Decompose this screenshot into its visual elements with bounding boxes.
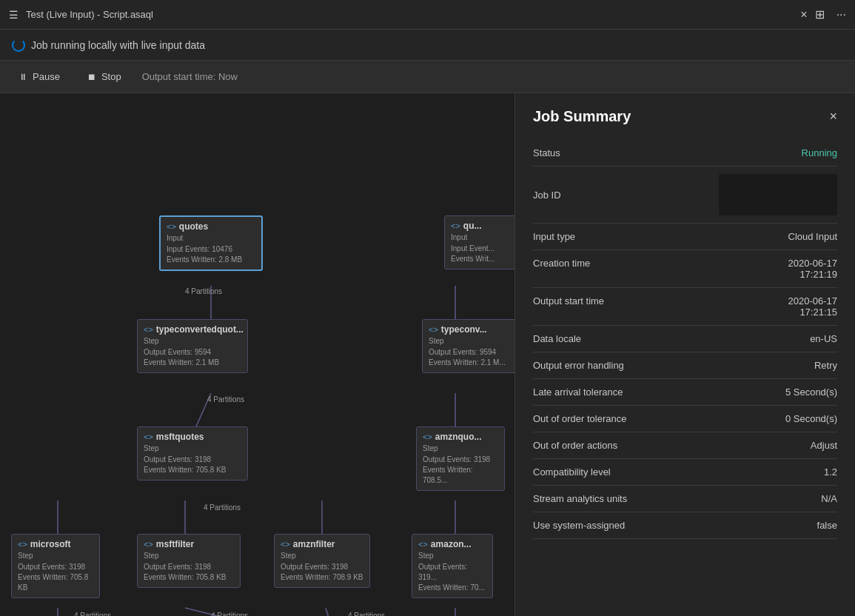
microsoft-step-stat1: Output Events: 3198	[18, 562, 93, 572]
node-quotes1[interactable]: <> quotes Input Input Events: 10476 Even…	[159, 215, 263, 271]
panel-title: Job Summary	[533, 108, 631, 125]
node-msftfilter[interactable]: <> msftfilter Step Output Events: 3198 E…	[137, 534, 241, 588]
summary-row-datalocale: Data locale en-US	[533, 326, 837, 352]
amznfilter-type: Step	[281, 552, 363, 560]
msftfilter-stat2: Events Written: 705.8 KB	[144, 572, 234, 583]
amazon-step-type: Step	[418, 552, 486, 560]
node-amznquotes[interactable]: <> amznquo... Step Output Events: 3198 E…	[416, 426, 505, 491]
layout-icon-button[interactable]: ⊞	[815, 7, 825, 21]
summary-row-latearrival: Late arrival tolerance 5 Second(s)	[533, 379, 837, 406]
summary-row-jobid: Job ID	[533, 167, 837, 224]
node-quotes2[interactable]: <> qu... Input Input Event... Events Wri…	[444, 215, 514, 270]
jobid-value-box	[719, 174, 837, 215]
summary-row-streamunits: Stream analytics units N/A	[533, 486, 837, 512]
status-value: Running	[685, 147, 838, 158]
outputstarttime-label: Output start time	[533, 295, 685, 307]
amznfilter-stat1: Output Events: 3198	[281, 562, 363, 572]
node-msftquotes[interactable]: <> msftquotes Step Output Events: 3198 E…	[137, 426, 248, 481]
summary-row-inputtype: Input type Cloud Input	[533, 224, 837, 250]
quotes2-stat1: Input Event...	[451, 244, 514, 254]
creationtime-value: 2020-06-17 17:21:19	[685, 258, 838, 280]
jobid-label: Job ID	[533, 190, 719, 201]
main-content: <> quotes Input Input Events: 10476 Even…	[0, 93, 855, 616]
title-bar: ☰ Test (Live Input) - Script.asaql × ⊞ ·…	[0, 0, 855, 30]
pause-label: Pause	[33, 71, 60, 82]
compatibility-value: 1.2	[685, 466, 838, 478]
systemassigned-label: Use system-assigned	[533, 520, 685, 531]
summary-row-outputerror: Output error handling Retry	[533, 352, 837, 379]
node-amznfilter[interactable]: <> amznfilter Step Output Events: 3198 E…	[274, 534, 370, 588]
node-typeconverted1[interactable]: <> typeconvertedquot... Step Output Even…	[137, 319, 248, 373]
node-microsoft-step[interactable]: <> microsoft Step Output Events: 3198 Ev…	[11, 534, 100, 598]
outputstarttime-value: 2020-06-17 17:21:15	[685, 295, 838, 318]
status-text: Job running locally with live input data	[31, 39, 205, 51]
step-icon2: <>	[429, 325, 438, 334]
stop-label: Stop	[101, 71, 121, 82]
datalocale-label: Data locale	[533, 333, 685, 344]
svg-line-10	[326, 608, 337, 616]
step-icon7: <>	[281, 540, 290, 549]
typeconverted2-stat2: Events Written: 2.1 M...	[429, 358, 512, 368]
amazon-step-stat2: Events Written: 70...	[418, 583, 486, 593]
amznquotes-title: amznquo...	[435, 432, 482, 442]
partitions-label-3: 4 Partitions	[204, 503, 241, 512]
summary-row-outputstarttime: Output start time 2020-06-17 17:21:15	[533, 288, 837, 326]
status-bar: Job running locally with live input data	[0, 30, 855, 61]
outoforder-actions-value: Adjust	[685, 440, 838, 451]
quotes2-type: Input	[451, 233, 514, 241]
toolbar: ⏸ Pause ⏹ Stop Output start time: Now	[0, 61, 855, 93]
typeconverted2-stat1: Output Events: 9594	[429, 347, 512, 358]
svg-line-9	[185, 608, 333, 616]
creationtime-label: Creation time	[533, 258, 685, 269]
pause-icon: ⏸	[18, 72, 28, 82]
summary-row-outoforder-tol: Out of order tolerance 0 Second(s)	[533, 406, 837, 432]
step-icon4: <>	[423, 432, 432, 441]
panel-header: Job Summary ×	[533, 108, 837, 125]
job-summary-panel: Job Summary × Status Running Job ID Inpu…	[514, 93, 855, 616]
node-amazon-step[interactable]: <> amazon... Step Output Events: 319... …	[412, 534, 493, 598]
partitions-label-4c: 4 Partitions	[348, 612, 385, 616]
input-icon2: <>	[451, 221, 460, 230]
partitions-label-1: 4 Partitions	[185, 287, 222, 295]
inputtype-label: Input type	[533, 231, 685, 242]
amznquotes-type: Step	[423, 444, 498, 452]
msftquotes-type: Step	[144, 444, 241, 452]
panel-close-button[interactable]: ×	[829, 109, 837, 124]
amazon-step-stat1: Output Events: 319...	[418, 562, 486, 583]
step-icon6: <>	[144, 540, 153, 549]
menu-icon: ☰	[9, 9, 19, 21]
datalocale-value: en-US	[685, 333, 838, 344]
step-icon3: <>	[144, 432, 153, 441]
diagram-area[interactable]: <> quotes Input Input Events: 10476 Even…	[0, 93, 514, 616]
more-options-button[interactable]: ···	[836, 8, 846, 21]
summary-row-compatibility: Compatibility level 1.2	[533, 459, 837, 486]
quotes1-type: Input	[167, 234, 255, 242]
systemassigned-value: false	[685, 520, 838, 531]
tab-close-button[interactable]: ×	[800, 8, 807, 21]
typeconverted1-title: typeconvertedquot...	[156, 324, 244, 335]
typeconverted1-stat2: Events Written: 2.1 MB	[144, 358, 241, 368]
amznquotes-stat1: Output Events: 3198	[423, 455, 498, 465]
typeconverted2-type: Step	[429, 337, 512, 345]
pause-button[interactable]: ⏸ Pause	[12, 68, 66, 85]
input-icon: <>	[167, 222, 176, 231]
partitions-label-2: 4 Partitions	[207, 395, 244, 404]
outoforder-actions-label: Out of order actions	[533, 440, 685, 451]
typeconverted1-stat1: Output Events: 9594	[144, 347, 241, 358]
msftquotes-stat2: Events Written: 705.8 KB	[144, 465, 241, 475]
stop-button[interactable]: ⏹ Stop	[81, 68, 127, 85]
microsoft-step-type: Step	[18, 552, 93, 560]
amznquotes-stat2: Events Written: 708.5...	[423, 465, 498, 486]
quotes2-stat2: Events Writ...	[451, 254, 514, 264]
tab-title: Test (Live Input) - Script.asaql	[26, 9, 793, 20]
msftfilter-title: msftfilter	[156, 539, 194, 549]
quotes2-title: qu...	[463, 221, 482, 231]
typeconverted1-type: Step	[144, 337, 241, 345]
summary-row-status: Status Running	[533, 140, 837, 167]
summary-row-creationtime: Creation time 2020-06-17 17:21:19	[533, 250, 837, 288]
latearrival-label: Late arrival tolerance	[533, 386, 685, 398]
node-typeconverted2[interactable]: <> typeconv... Step Output Events: 9594 …	[422, 319, 514, 373]
quotes1-stat1: Input Events: 10476	[167, 244, 255, 255]
msftfilter-stat1: Output Events: 3198	[144, 562, 234, 572]
msftquotes-title: msftquotes	[156, 432, 204, 442]
